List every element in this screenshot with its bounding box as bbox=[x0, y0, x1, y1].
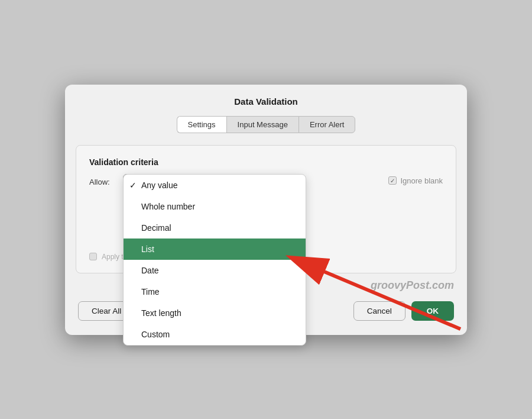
allow-label: Allow: bbox=[89, 178, 116, 186]
apply-changes-checkbox[interactable] bbox=[89, 253, 97, 260]
footer-btn-group: Cancel OK bbox=[353, 301, 454, 321]
dialog-body: Validation criteria Allow: List Any valu… bbox=[76, 145, 456, 273]
dialog-title: Data Validation bbox=[65, 96, 467, 107]
dropdown-menu: Any value Whole number Decimal List Date bbox=[123, 174, 306, 346]
tab-input-message[interactable]: Input Message bbox=[226, 116, 299, 133]
dropdown-item-decimal[interactable]: Decimal bbox=[124, 217, 306, 238]
ignore-blank-row: Ignore blank bbox=[388, 176, 443, 185]
ignore-blank-checkbox[interactable] bbox=[388, 176, 397, 185]
dropdown-item-date[interactable]: Date bbox=[124, 260, 306, 281]
dropdown-item-text-length[interactable]: Text length bbox=[124, 302, 306, 324]
dropdown-item-list[interactable]: List bbox=[124, 238, 306, 260]
tab-bar: Settings Input Message Error Alert bbox=[65, 116, 467, 133]
dropdown-item-custom[interactable]: Custom bbox=[124, 324, 306, 345]
ignore-blank-label: Ignore blank bbox=[400, 176, 443, 185]
dropdown-item-any-value[interactable]: Any value bbox=[124, 175, 306, 196]
tab-error-alert[interactable]: Error Alert bbox=[299, 116, 356, 133]
data-validation-dialog: Data Validation Settings Input Message E… bbox=[65, 85, 467, 335]
dropdown-item-whole-number[interactable]: Whole number bbox=[124, 196, 306, 217]
ok-button[interactable]: OK bbox=[411, 301, 454, 321]
dropdown-item-time[interactable]: Time bbox=[124, 281, 306, 302]
cancel-button[interactable]: Cancel bbox=[353, 301, 406, 321]
section-title: Validation criteria bbox=[89, 157, 443, 167]
tab-settings[interactable]: Settings bbox=[177, 116, 226, 133]
allow-dropdown-container: List Any value Whole number Decimal List bbox=[123, 174, 218, 190]
